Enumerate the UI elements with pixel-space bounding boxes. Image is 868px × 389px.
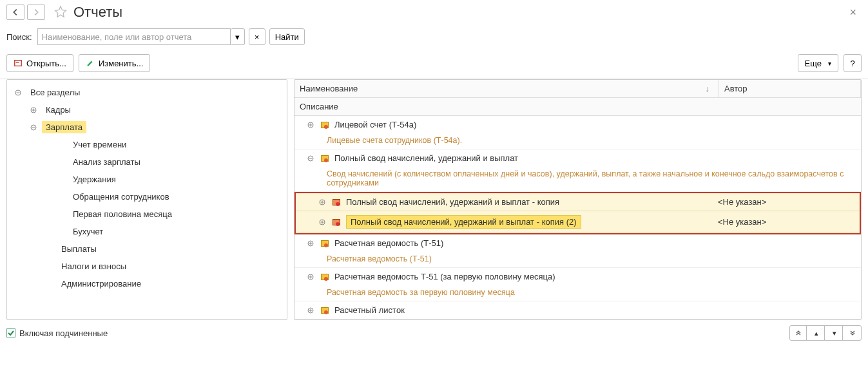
report-icon	[320, 239, 329, 248]
spacer	[56, 193, 65, 202]
nav-last-button[interactable]	[844, 326, 861, 340]
search-input[interactable]	[37, 28, 231, 45]
find-button[interactable]: Найти	[269, 28, 305, 45]
expand-icon[interactable]	[306, 240, 315, 247]
tree-item-label: Бухучет	[69, 225, 107, 238]
report-row[interactable]: Полный свод начислений, удержаний и выпл…	[296, 193, 860, 211]
expand-icon[interactable]	[306, 122, 315, 128]
report-icon	[320, 120, 329, 129]
close-button[interactable]: ×	[844, 6, 862, 19]
back-button[interactable]	[6, 5, 24, 20]
nav-first-button[interactable]	[790, 326, 807, 340]
report-row[interactable]: Расчетный листок	[294, 301, 861, 319]
report-author: <Не указан>	[713, 197, 854, 207]
nav-strip: ▴ ▾	[789, 325, 862, 341]
tree-item[interactable]: Выплаты	[7, 240, 287, 258]
sort-arrow-icon: ↓	[706, 84, 710, 93]
forward-button[interactable]	[27, 5, 45, 20]
spacer	[56, 210, 65, 219]
tree-item-label: Обращения сотрудников	[69, 191, 173, 203]
tree-item[interactable]: Учет времени	[7, 136, 287, 153]
report-title: Полный свод начислений, удержаний и выпл…	[346, 197, 559, 207]
tree-root[interactable]: Все разделы	[7, 84, 287, 101]
expand-icon[interactable]	[318, 199, 327, 205]
reports-panel: Наименование ↓ Автор Описание Лицевой сч…	[294, 79, 862, 320]
report-icon	[320, 306, 329, 315]
expand-icon[interactable]	[318, 219, 327, 225]
tree-item[interactable]: Зарплата	[7, 119, 287, 136]
expand-icon[interactable]	[29, 106, 38, 115]
report-title: Полный свод начислений, удержаний и выпл…	[346, 215, 581, 229]
spacer	[44, 280, 53, 289]
sections-tree: Все разделы КадрыЗарплатаУчет времениАна…	[6, 79, 287, 320]
report-description: Расчетная ведомость за первую половину м…	[294, 285, 861, 301]
spacer	[56, 227, 65, 236]
open-button-label: Открыть...	[26, 59, 66, 68]
more-button[interactable]: Еще ▾	[798, 54, 838, 72]
include-subordinate-checkbox[interactable]	[6, 328, 15, 337]
report-description: Расчетная ведомость (Т-51)	[294, 252, 861, 267]
tree-item-label: Налоги и взносы	[57, 260, 130, 272]
spacer	[56, 158, 65, 167]
report-row[interactable]: Полный свод начислений, удержаний и выпл…	[296, 211, 860, 233]
expand-icon[interactable]	[306, 274, 315, 280]
tree-item[interactable]: Удержания	[7, 171, 287, 188]
column-author[interactable]: Автор	[719, 80, 861, 97]
tree-item[interactable]: Налоги и взносы	[7, 258, 287, 275]
report-title: Лицевой счет (Т-54а)	[334, 120, 416, 129]
svg-rect-1	[16, 62, 19, 62]
clear-search-button[interactable]: ×	[249, 28, 265, 45]
report-icon	[320, 154, 329, 163]
report-row[interactable]: Расчетная ведомость Т-51 (за первую поло…	[294, 268, 861, 301]
tree-item-label: Первая половина месяца	[69, 208, 176, 220]
tree-item[interactable]: Обращения сотрудников	[7, 188, 287, 205]
tree-item-label: Учет времени	[69, 138, 130, 151]
more-button-label: Еще	[805, 59, 822, 68]
spacer	[56, 175, 65, 184]
edit-button[interactable]: Изменить...	[79, 54, 150, 72]
help-button[interactable]: ?	[844, 54, 862, 72]
highlight-group: Полный свод начислений, удержаний и выпл…	[294, 192, 861, 234]
tree-item-label: Удержания	[69, 173, 120, 185]
report-row[interactable]: Полный свод начислений, удержаний и выпл…	[294, 149, 861, 192]
nav-down-button[interactable]: ▾	[826, 326, 843, 340]
tree-item[interactable]: Администрирование	[7, 275, 287, 292]
spacer	[56, 140, 65, 149]
tree-item[interactable]: Бухучет	[7, 223, 287, 240]
edit-button-label: Изменить...	[99, 59, 143, 68]
nav-up-button[interactable]: ▴	[808, 326, 825, 340]
page-title: Отчеты	[73, 4, 122, 21]
report-title: Расчетный листок	[334, 305, 405, 315]
svg-rect-0	[15, 61, 22, 66]
report-row[interactable]: Расчетная ведомость (Т-51)Расчетная ведо…	[294, 234, 861, 268]
collapse-icon[interactable]	[29, 123, 38, 132]
report-title: Полный свод начислений, удержаний и выпл…	[334, 153, 518, 163]
column-description: Описание	[294, 98, 861, 116]
favorite-star-icon[interactable]	[54, 5, 67, 20]
collapse-icon[interactable]	[14, 88, 23, 97]
report-description: Свод начислений (с количеством оплаченны…	[294, 167, 861, 191]
open-button[interactable]: Открыть...	[6, 54, 73, 72]
tree-item-label: Анализ зарплаты	[69, 156, 144, 168]
report-title: Расчетная ведомость Т-51 (за первую поло…	[334, 272, 555, 281]
dropdown-button[interactable]: ▾	[231, 28, 245, 45]
report-title: Расчетная ведомость (Т-51)	[334, 238, 443, 248]
tree-root-label: Все разделы	[26, 86, 84, 99]
report-icon	[332, 198, 341, 207]
collapse-icon[interactable]	[306, 155, 315, 162]
expand-icon[interactable]	[306, 307, 315, 314]
column-name[interactable]: Наименование ↓	[294, 80, 719, 97]
column-header-row: Наименование ↓ Автор	[294, 80, 861, 98]
report-row[interactable]: Лицевой счет (Т-54а)Лицевые счета сотруд…	[294, 116, 861, 149]
tree-item-label: Выплаты	[57, 243, 101, 255]
tree-item-label: Кадры	[42, 104, 75, 116]
tree-item[interactable]: Первая половина месяца	[7, 205, 287, 223]
include-subordinate-label: Включая подчиненные	[19, 328, 108, 338]
tree-item-label: Администрирование	[57, 278, 145, 290]
tree-item[interactable]: Кадры	[7, 101, 287, 119]
tree-item-label: Зарплата	[42, 121, 86, 133]
report-icon	[320, 272, 329, 281]
report-description: Лицевые счета сотрудников (Т-54а).	[294, 133, 861, 149]
tree-item[interactable]: Анализ зарплаты	[7, 153, 287, 171]
spacer	[44, 245, 53, 254]
